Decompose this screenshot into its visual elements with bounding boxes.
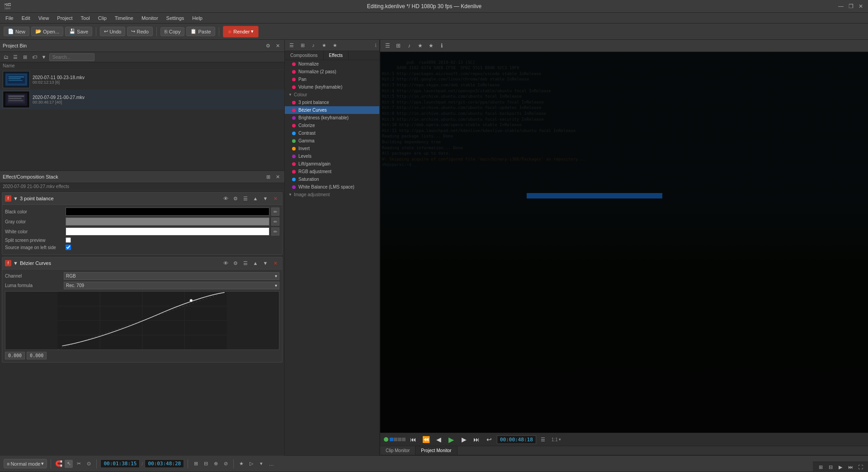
monitor-transport-back-button[interactable]: ◀	[434, 434, 443, 444]
effect-3point-delete-button[interactable]: ✕	[271, 194, 279, 203]
status-icon-fullscreen[interactable]: ⛶	[856, 463, 864, 471]
effects-fav1-icon[interactable]: ★	[320, 41, 328, 49]
save-button[interactable]: 💾 Save	[65, 27, 92, 36]
new-button[interactable]: 📄 New	[4, 27, 29, 36]
effect-contrast-item[interactable]: Contrast	[285, 129, 379, 137]
bezier-curve-canvas[interactable]	[5, 291, 279, 350]
channel-select[interactable]: RGB ▾	[64, 272, 279, 280]
effect-saturation-item[interactable]: Saturation	[285, 175, 379, 183]
timeline-razor-button[interactable]: ✂	[75, 460, 83, 468]
effects-grid-icon[interactable]: ⊞	[298, 41, 307, 49]
black-color-picker-button[interactable]: ✏	[271, 208, 279, 216]
timeline-more-button[interactable]: …	[267, 460, 275, 468]
effect-stack-config-button[interactable]: ⊞	[264, 173, 272, 181]
split-screen-checkbox[interactable]	[66, 237, 71, 243]
bin-view-list-button[interactable]: ☰	[11, 53, 19, 61]
monitor-list-icon[interactable]: ☰	[383, 41, 392, 50]
effect-3pointbalance-item[interactable]: 3 point balance	[285, 99, 379, 106]
effect-3point-visible-button[interactable]: 👁	[222, 194, 230, 203]
menu-settings[interactable]: Settings	[163, 14, 188, 22]
effect-brightness-item[interactable]: Brightness (keyframable)	[285, 114, 379, 122]
menu-timeline[interactable]: Timeline	[111, 14, 137, 22]
status-icon-1[interactable]: ⊞	[816, 463, 825, 471]
effects-audio-icon[interactable]: ♪	[309, 41, 317, 49]
effect-bezier-delete-button[interactable]: ✕	[271, 259, 279, 267]
effect-whitebalance-item[interactable]: White Balance (LMS space)	[285, 183, 379, 191]
effect-pan-item[interactable]: Pan	[285, 76, 379, 83]
effect-bezier-up-button[interactable]: ▲	[251, 259, 259, 267]
monitor-fav-icon[interactable]: ★	[415, 41, 425, 50]
redo-button[interactable]: ↪ Redo	[127, 27, 152, 36]
effect-3point-menu-button[interactable]: ☰	[241, 194, 250, 203]
effect-liftgammagain-item[interactable]: Lift/gamma/gain	[285, 160, 379, 168]
menu-clip[interactable]: Clip	[94, 14, 110, 22]
effects-list-icon[interactable]: ☰	[288, 41, 296, 49]
timeline-preview-dropdown[interactable]: ▾	[257, 460, 265, 468]
bin-item-1[interactable]: 2020-07-11 00-23-18.mkv 00:02:12:13 [6]	[0, 70, 284, 90]
effect-3point-props-button[interactable]: ⚙	[231, 194, 240, 203]
menu-file[interactable]: File	[2, 14, 17, 22]
effect-bezier-expand-icon[interactable]: ▼	[13, 260, 18, 266]
copy-button[interactable]: ⎘ Copy	[160, 27, 185, 36]
effect-beziercurves-item[interactable]: Bézier Curves	[285, 106, 379, 114]
monitor-status-green[interactable]	[384, 437, 388, 442]
effect-bezier-menu-button[interactable]: ☰	[241, 259, 250, 267]
monitor-transport-fwd-button[interactable]: ▶	[459, 434, 469, 444]
menu-help[interactable]: Help	[189, 14, 206, 22]
open-button[interactable]: 📂 Open...	[31, 27, 63, 36]
tab-project-monitor[interactable]: Project Monitor	[415, 446, 457, 455]
menu-tool[interactable]: Tool	[77, 14, 94, 22]
effect-stack-close-button[interactable]: ✕	[274, 173, 282, 181]
effect-normalize-item[interactable]: Normalize	[285, 60, 379, 68]
effect-colorize-item[interactable]: Colorize	[285, 122, 379, 129]
monitor-transport-fwdend-button[interactable]: ⏭	[472, 434, 481, 444]
tab-compositions[interactable]: Compositions	[285, 51, 324, 60]
minimize-button[interactable]: —	[837, 3, 844, 10]
bin-filter-button[interactable]: ▼	[40, 53, 48, 61]
tab-effects[interactable]: Effects	[324, 51, 349, 60]
effect-3point-down-button[interactable]: ▼	[261, 194, 269, 203]
effect-3point-up-button[interactable]: ▲	[251, 194, 259, 203]
monitor-fav2-icon[interactable]: ★	[426, 41, 435, 50]
image-adj-group-header[interactable]: ▼ Image adjustment	[285, 191, 379, 198]
menu-view[interactable]: View	[35, 14, 53, 22]
effect-3point-expand-icon[interactable]: ▼	[13, 196, 18, 201]
timeline-insert-button[interactable]: ⊞	[192, 460, 200, 468]
bin-tag-button[interactable]: 🏷	[30, 53, 38, 61]
monitor-grid-icon[interactable]: ⊞	[394, 41, 403, 50]
bin-view-grid-button[interactable]: ⊞	[21, 53, 29, 61]
source-left-checkbox[interactable]	[66, 245, 71, 250]
timeline-lift-button[interactable]: ⊘	[222, 460, 230, 468]
menu-edit[interactable]: Edit	[18, 14, 34, 22]
timeline-preview-button[interactable]: ▷	[247, 460, 255, 468]
status-icon-3[interactable]: ▶	[836, 463, 844, 471]
effect-invert-item[interactable]: Invert	[285, 145, 379, 152]
monitor-info-icon[interactable]: ℹ	[437, 41, 446, 50]
white-color-swatch[interactable]	[66, 227, 269, 236]
tab-clip-monitor[interactable]: Clip Monitor	[380, 446, 415, 455]
effect-rgbadjust-item[interactable]: RGB adjustment	[285, 168, 379, 175]
project-bin-config-button[interactable]: ⚙	[264, 42, 272, 50]
status-icon-4[interactable]: ⏭	[846, 463, 854, 471]
timeline-overwrite-button[interactable]: ⊟	[202, 460, 210, 468]
gray-color-picker-button[interactable]: ✏	[271, 217, 279, 226]
white-color-picker-button[interactable]: ✏	[271, 227, 279, 236]
timeline-select-button[interactable]: ↖	[65, 460, 73, 468]
paste-button[interactable]: 📋 Paste	[186, 27, 215, 36]
effect-levels-item[interactable]: Levels	[285, 152, 379, 160]
effect-bezier-down-button[interactable]: ▼	[261, 259, 269, 267]
bin-item-2[interactable]: 2020-07-09 21-00-27.mkv 00:30:46:17 [40]	[0, 90, 284, 109]
menu-monitor[interactable]: Monitor	[138, 14, 162, 22]
monitor-transport-prev-button[interactable]: ⏮	[408, 434, 418, 444]
effect-bezier-props-button[interactable]: ⚙	[231, 259, 240, 267]
timeline-snap-button[interactable]: 🧲	[55, 460, 63, 468]
monitor-transport-play-button[interactable]: ▶	[446, 434, 456, 444]
gray-color-swatch[interactable]	[66, 217, 269, 226]
bin-add-folder-button[interactable]: 🗂	[2, 53, 10, 61]
status-icon-2[interactable]: ⊟	[826, 463, 835, 471]
effect-volume-item[interactable]: Volume (keyframable)	[285, 83, 379, 91]
menu-project[interactable]: Project	[53, 14, 76, 22]
monitor-transport-loop-button[interactable]: ↩	[484, 434, 494, 444]
maximize-button[interactable]: ❐	[847, 3, 854, 10]
timeline-spacer-button[interactable]: ⊙	[85, 460, 93, 468]
